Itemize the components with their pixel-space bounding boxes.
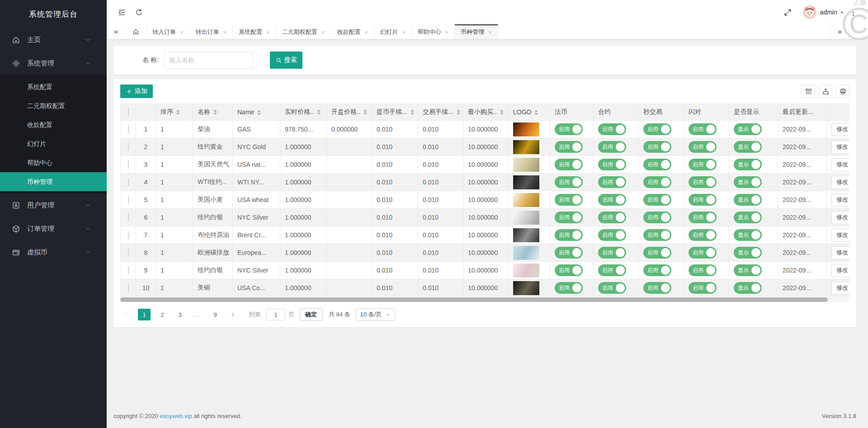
enable-toggle-fiat[interactable]: 启用: [555, 194, 583, 206]
pagination-next-button[interactable]: [227, 309, 239, 320]
enable-toggle-contract[interactable]: 启用: [598, 194, 626, 206]
close-icon[interactable]: ×: [266, 29, 270, 35]
row-checkbox[interactable]: [128, 284, 129, 292]
sidebar-subitem-help-center[interactable]: 帮助中心: [0, 153, 107, 172]
sidebar-item-home[interactable]: 主页: [0, 28, 107, 52]
sort-icon[interactable]: [534, 110, 538, 115]
row-checkbox[interactable]: [128, 160, 129, 169]
close-icon[interactable]: ×: [488, 29, 492, 35]
close-icon[interactable]: ×: [364, 29, 368, 35]
enable-toggle-seconds_trade[interactable]: 启用: [643, 247, 671, 259]
enable-toggle-seconds_trade[interactable]: 启用: [643, 141, 671, 153]
more-menu-button[interactable]: [844, 4, 862, 21]
enable-toggle-flash_swap[interactable]: 启用: [689, 194, 717, 206]
close-icon[interactable]: ×: [321, 29, 325, 35]
col-header-open_price[interactable]: 开盘价格..: [327, 104, 372, 121]
enable-toggle-contract[interactable]: 启用: [598, 123, 626, 135]
sort-icon[interactable]: [457, 109, 460, 115]
horizontal-scrollbar-thumb[interactable]: [120, 297, 828, 302]
sidebar-subitem-currency-management[interactable]: 币种管理: [0, 172, 107, 191]
sort-icon[interactable]: [317, 109, 321, 115]
row-checkbox[interactable]: [128, 231, 129, 239]
enable-toggle-fiat[interactable]: 启用: [555, 264, 583, 276]
enable-toggle-flash_swap[interactable]: 启用: [689, 264, 717, 276]
sidebar-subitem-system-config[interactable]: 系统配置: [0, 77, 107, 96]
enable-toggle-fiat[interactable]: 启用: [555, 176, 583, 188]
sidebar-item-user-management[interactable]: 用户管理: [0, 193, 107, 217]
tab-slideshow[interactable]: 幻灯片×: [374, 24, 412, 39]
col-header-trade_fee[interactable]: 交易手续...: [418, 104, 463, 121]
close-icon[interactable]: ×: [402, 29, 406, 35]
sidebar-subitem-payment-config[interactable]: 收款配置: [0, 115, 107, 134]
enable-toggle-seconds_trade[interactable]: 启用: [643, 212, 671, 223]
tab-scroll-left-button[interactable]: «: [107, 24, 126, 39]
pagination-page-9[interactable]: 9: [209, 309, 221, 320]
columns-button[interactable]: [802, 85, 815, 98]
show-toggle-is_visible[interactable]: 显示: [734, 247, 762, 259]
enable-toggle-contract[interactable]: 启用: [598, 247, 626, 259]
edit-button[interactable]: 修改: [831, 282, 849, 295]
show-toggle-is_visible[interactable]: 显示: [734, 159, 762, 170]
pagination-page-2[interactable]: 2: [156, 309, 168, 320]
col-header-min_buy[interactable]: 最小购买..: [463, 104, 509, 121]
search-input[interactable]: [164, 52, 253, 69]
enable-toggle-flash_swap[interactable]: 启用: [689, 176, 717, 188]
tab-currency-management[interactable]: 币种管理×: [455, 24, 498, 39]
sidebar-item-system-management[interactable]: 系统管理: [0, 52, 107, 75]
enable-toggle-seconds_trade[interactable]: 启用: [643, 194, 671, 206]
enable-toggle-fiat[interactable]: 启用: [555, 159, 583, 170]
enable-toggle-flash_swap[interactable]: 启用: [689, 123, 717, 135]
enable-toggle-seconds_trade[interactable]: 启用: [643, 123, 671, 135]
home-tab[interactable]: [126, 24, 146, 39]
col-header-name_en[interactable]: Name: [233, 104, 280, 121]
show-toggle-is_visible[interactable]: 显示: [734, 282, 762, 294]
row-checkbox[interactable]: [128, 143, 129, 151]
enable-toggle-contract[interactable]: 启用: [598, 282, 626, 294]
enable-toggle-contract[interactable]: 启用: [598, 212, 626, 223]
pagination-prev-button[interactable]: [120, 309, 132, 320]
show-toggle-is_visible[interactable]: 显示: [734, 123, 762, 135]
row-checkbox[interactable]: [128, 249, 129, 257]
confirm-button[interactable]: 确定: [300, 308, 322, 321]
col-header-sort[interactable]: 排序: [156, 104, 193, 121]
footer-link[interactable]: easyweb.vip: [160, 413, 192, 419]
fullscreen-button[interactable]: [779, 4, 797, 21]
tab-help-center[interactable]: 帮助中心×: [412, 24, 455, 39]
tab-menu-button[interactable]: [849, 24, 868, 39]
show-toggle-is_visible[interactable]: 显示: [734, 194, 762, 206]
user-menu[interactable]: admin: [820, 9, 844, 16]
edit-button[interactable]: 修改: [831, 229, 849, 242]
enable-toggle-contract[interactable]: 启用: [598, 141, 626, 153]
sort-icon[interactable]: [500, 109, 504, 115]
tab-binary-option-config[interactable]: 二元期权配置×: [276, 24, 331, 39]
refresh-button[interactable]: [130, 4, 147, 21]
row-checkbox[interactable]: [128, 196, 129, 204]
show-toggle-is_visible[interactable]: 显示: [734, 141, 762, 153]
close-icon[interactable]: ×: [223, 29, 227, 35]
enable-toggle-flash_swap[interactable]: 启用: [689, 229, 717, 241]
enable-toggle-seconds_trade[interactable]: 启用: [643, 229, 671, 241]
show-toggle-is_visible[interactable]: 显示: [734, 176, 762, 188]
sidebar-subitem-binary-option-config[interactable]: 二元期权配置: [0, 96, 107, 115]
show-toggle-is_visible[interactable]: 显示: [734, 212, 762, 223]
enable-toggle-contract[interactable]: 启用: [598, 264, 626, 276]
tab-transfer-in-orders[interactable]: 转入订单×: [146, 24, 190, 39]
enable-toggle-fiat[interactable]: 启用: [555, 247, 583, 259]
row-checkbox[interactable]: [128, 213, 129, 221]
enable-toggle-flash_swap[interactable]: 启用: [689, 282, 717, 294]
tab-system-config[interactable]: 系统配置×: [233, 24, 276, 39]
sidebar-subitem-slideshow[interactable]: 幻灯片: [0, 134, 107, 153]
edit-button[interactable]: 修改: [831, 211, 849, 224]
collapse-sidebar-button[interactable]: [113, 4, 130, 21]
select-all-checkbox[interactable]: [128, 108, 129, 116]
add-button[interactable]: 添加: [120, 85, 153, 98]
col-header-withdraw_fee[interactable]: 提币手续...: [372, 104, 418, 121]
edit-button[interactable]: 修改: [831, 193, 849, 207]
enable-toggle-flash_swap[interactable]: 启用: [689, 247, 717, 259]
close-icon[interactable]: ×: [445, 29, 449, 35]
col-header-price[interactable]: 实时价格..: [280, 104, 327, 121]
show-toggle-is_visible[interactable]: 显示: [734, 229, 762, 241]
jump-page-input[interactable]: [266, 309, 285, 320]
enable-toggle-seconds_trade[interactable]: 启用: [643, 264, 671, 276]
export-button[interactable]: [819, 85, 832, 98]
